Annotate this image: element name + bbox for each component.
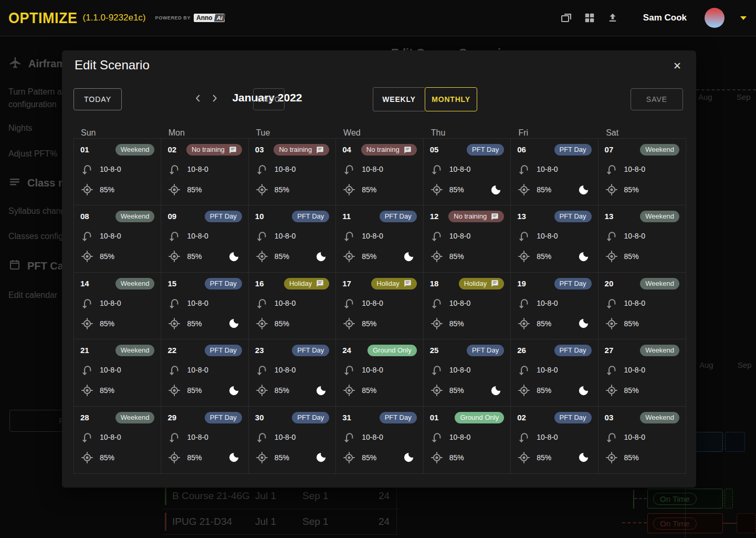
day-cell[interactable]: 26PFT Day10-8-085% (511, 339, 598, 406)
target-icon (167, 250, 181, 263)
day-type-badge[interactable]: Weekend (116, 211, 155, 222)
day-type-badge[interactable]: No training (186, 144, 242, 156)
day-type-badge[interactable]: Weekend (640, 144, 679, 156)
target-icon (255, 183, 269, 196)
day-type-badge[interactable]: Holiday (459, 278, 504, 289)
day-type-badge[interactable]: PFT Day (292, 345, 329, 356)
day-type-badge[interactable]: Weekend (640, 412, 679, 423)
caret-down-icon[interactable] (740, 16, 747, 20)
weekday-label: Sat (598, 128, 686, 138)
day-number: 17 (342, 278, 351, 288)
day-cell[interactable]: 30PFT Day10-8-085% (249, 407, 336, 473)
day-type-badge[interactable]: Weekend (116, 144, 155, 156)
day-number: 13 (605, 211, 614, 221)
day-cell[interactable]: 18Holiday10-8-085% (424, 273, 511, 339)
day-number: 25 (430, 345, 439, 355)
day-cell[interactable]: 24Ground Only10-8-085% (336, 339, 423, 406)
night-moon-icon (578, 317, 590, 329)
day-cell[interactable]: 25PFT Day10-8-085% (424, 339, 511, 406)
day-cell[interactable]: 01Ground Only10-8-085% (424, 407, 511, 473)
prev-month-icon[interactable] (190, 90, 206, 106)
day-type-badge[interactable]: PFT Day (380, 412, 417, 423)
today-button[interactable]: TODAY (74, 88, 122, 110)
day-cell[interactable]: 04No training10-8-085% (336, 139, 423, 205)
day-cell[interactable]: 15PFT Day10-8-085% (161, 273, 248, 339)
day-cell[interactable]: 27Weekend10-8-085% (598, 339, 686, 406)
day-type-badge[interactable]: PFT Day (380, 211, 417, 222)
day-type-badge[interactable]: Weekend (640, 278, 679, 289)
day-cell[interactable]: 19PFT Day10-8-085% (511, 273, 598, 339)
day-cell[interactable]: 06PFT Day10-8-085% (511, 139, 598, 205)
day-cell[interactable]: 22PFT Day10-8-085% (161, 339, 248, 406)
day-cell[interactable]: 28Weekend10-8-085% (74, 407, 161, 473)
day-cell[interactable]: 02PFT Day10-8-085% (511, 407, 598, 473)
day-type-badge[interactable]: No training (448, 211, 504, 222)
day-cell[interactable]: 31PFT Day10-8-085% (336, 407, 423, 473)
avatar[interactable] (705, 8, 724, 28)
day-cell[interactable]: 29PFT Day10-8-085% (161, 407, 248, 473)
day-type-badge[interactable]: No training (274, 144, 329, 156)
day-cell[interactable]: 09PFT Day10-8-085% (161, 205, 248, 272)
day-cell[interactable]: 03No training10-8-085% (249, 139, 336, 205)
day-cell[interactable]: 03Weekend10-8-085% (598, 407, 686, 473)
dynamic-feed-icon[interactable] (560, 12, 573, 24)
day-cell[interactable]: 07Weekend10-8-085% (598, 139, 686, 205)
day-type-badge[interactable]: PFT Day (467, 345, 504, 356)
user-name[interactable]: Sam Cook (643, 13, 687, 23)
turn-pattern-metric: 10-8-0 (605, 296, 679, 310)
day-type-badge[interactable]: PFT Day (554, 144, 592, 156)
day-cell[interactable]: 02No training10-8-085% (161, 139, 248, 205)
target-icon (342, 384, 356, 397)
day-cell[interactable]: 11PFT Day10-8-085% (336, 205, 423, 272)
day-type-badge[interactable]: Ground Only (455, 412, 504, 423)
day-type-badge[interactable]: Weekend (116, 345, 155, 356)
day-cell[interactable]: 14Weekend10-8-085% (74, 273, 161, 339)
day-type-badge[interactable]: PFT Day (205, 278, 242, 289)
day-type-badge[interactable]: Holiday (284, 278, 329, 289)
target-icon (80, 384, 94, 397)
day-cell[interactable]: 23PFT Day10-8-085% (249, 339, 336, 406)
day-number: 29 (167, 412, 176, 422)
weekly-tab[interactable]: WEEKLY (373, 87, 425, 111)
day-type-badge[interactable]: Holiday (371, 278, 416, 289)
day-type-badge[interactable]: PFT Day (205, 211, 242, 222)
day-cell[interactable]: 10PFT Day10-8-085% (249, 205, 336, 272)
day-type-badge[interactable]: PFT Day (205, 345, 242, 356)
day-type-badge[interactable]: PFT Day (554, 211, 592, 222)
day-type-badge[interactable]: PFT Day (467, 144, 504, 156)
day-type-badge[interactable]: Weekend (116, 412, 155, 423)
day-cell[interactable]: 13PFT Day10-8-085% (511, 205, 598, 272)
day-cell[interactable]: 08Weekend10-8-085% (74, 205, 161, 272)
day-cell[interactable]: 05PFT Day10-8-085% (424, 139, 511, 205)
day-cell[interactable]: 13Weekend10-8-085% (598, 205, 686, 272)
pft-percent-metric: 85% (167, 384, 242, 397)
day-cell[interactable]: 20Weekend10-8-085% (598, 273, 686, 339)
close-icon[interactable]: ✕ (673, 60, 681, 72)
day-type-badge[interactable]: PFT Day (292, 211, 329, 222)
day-type-badge[interactable]: Weekend (116, 278, 155, 289)
day-cell[interactable]: 12No training10-8-085% (424, 205, 511, 272)
u-turn-icon (80, 363, 94, 377)
monthly-tab[interactable]: MONTHLY (425, 87, 477, 111)
target-icon (517, 384, 531, 397)
day-cell[interactable]: 16Holiday10-8-085% (249, 273, 336, 339)
day-cell[interactable]: 01Weekend10-8-085% (74, 139, 161, 205)
day-type-badge[interactable]: PFT Day (205, 412, 242, 423)
upload-icon[interactable] (606, 12, 619, 24)
day-type-badge[interactable]: No training (361, 144, 417, 156)
next-month-icon[interactable] (207, 90, 223, 106)
day-cell[interactable]: 21Weekend10-8-085% (74, 339, 161, 406)
day-type-badge[interactable]: PFT Day (554, 345, 592, 356)
day-type-badge[interactable]: Weekend (640, 211, 679, 222)
u-turn-icon (255, 229, 269, 243)
day-cell[interactable]: 17Holiday10-8-085% (336, 273, 423, 339)
undo-button[interactable]: UNDO (253, 88, 285, 110)
day-type-badge[interactable]: PFT Day (292, 412, 329, 423)
turn-pattern-metric: 10-8-0 (342, 296, 416, 310)
grid-icon[interactable] (583, 12, 596, 24)
day-type-badge[interactable]: Weekend (640, 345, 679, 356)
save-button[interactable]: SAVE (631, 88, 683, 110)
day-type-badge[interactable]: Ground Only (368, 345, 417, 356)
day-type-badge[interactable]: PFT Day (554, 278, 592, 289)
day-type-badge[interactable]: PFT Day (554, 412, 592, 423)
